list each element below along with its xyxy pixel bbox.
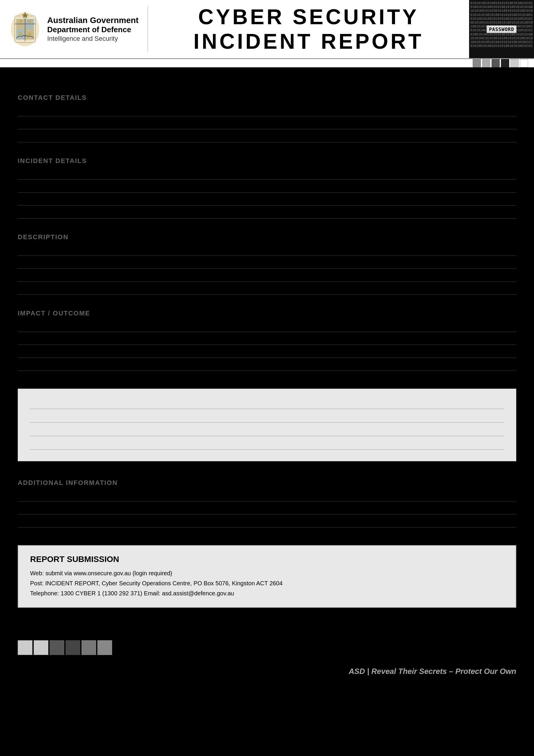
add-line-1[interactable]	[18, 490, 516, 501]
add-line-3[interactable]	[18, 516, 516, 527]
gray-line-2[interactable]	[30, 411, 504, 422]
gray-text-box[interactable]	[18, 389, 516, 461]
gray-line-3[interactable]	[30, 425, 504, 436]
color-sq-5	[510, 59, 519, 67]
contact-details-section: CONTACT DETAILS	[18, 94, 516, 142]
report-submission-heading: REPORT SUBMISSION	[30, 554, 504, 564]
incident-line-4[interactable]	[18, 207, 516, 219]
dept-defence-label: Department of Defence	[47, 25, 139, 34]
gray-line-1[interactable]	[30, 398, 504, 409]
report-title: CYBER SECURITY INCIDENT REPORT	[193, 5, 424, 54]
contact-details-label: CONTACT DETAILS	[18, 94, 516, 102]
binary-text-overlay: 0101010010100101010100101001010101001010…	[469, 0, 534, 49]
svg-point-10	[28, 19, 31, 23]
main-content: CONTACT DETAILS INCIDENT DETAILS DESCRIP…	[0, 67, 534, 634]
svg-point-12	[28, 32, 31, 36]
color-sq-6	[520, 59, 528, 67]
contact-line-3[interactable]	[18, 131, 516, 142]
contact-line-2[interactable]	[18, 118, 516, 129]
desc-line-4[interactable]	[18, 284, 516, 295]
incident-line-1[interactable]	[18, 168, 516, 179]
bottom-sq-6	[97, 640, 112, 655]
bottom-sq-5	[81, 640, 96, 655]
incident-details-section: INCIDENT DETAILS	[18, 157, 516, 219]
add-line-2[interactable]	[18, 503, 516, 514]
impact-line-1[interactable]	[18, 321, 516, 332]
incident-line-2[interactable]	[18, 181, 516, 193]
impact-section: IMPACT / OUTCOME	[18, 310, 516, 371]
password-text: PASSWORD	[487, 25, 516, 33]
header-cyber-image: 0101010010100101010100101001010101001010…	[469, 0, 534, 58]
tagline-text: ASD | Reveal Their Secrets – Protect Our…	[349, 667, 516, 676]
page-header: Australian Government Department of Defe…	[0, 0, 534, 59]
desc-line-1[interactable]	[18, 245, 516, 256]
color-sq-4	[501, 59, 509, 67]
coat-of-arms-logo	[9, 10, 41, 48]
footer-tagline: ASD | Reveal Their Secrets – Protect Our…	[0, 661, 534, 688]
australian-government-label: Australian Government	[47, 15, 139, 25]
color-squares-group	[472, 59, 528, 67]
government-text: Australian Government Department of Defe…	[47, 15, 139, 43]
bottom-color-bar	[0, 634, 534, 661]
svg-point-11	[19, 32, 22, 36]
report-submission-phone: Telephone: 1300 CYBER 1 (1300 292 371) E…	[30, 588, 504, 598]
description-section: DESCRIPTION	[18, 233, 516, 295]
incident-details-label: INCIDENT DETAILS	[18, 157, 516, 165]
desc-line-3[interactable]	[18, 271, 516, 282]
impact-label: IMPACT / OUTCOME	[18, 310, 516, 317]
header-branding: Australian Government Department of Defe…	[0, 0, 147, 58]
color-sq-2	[482, 59, 490, 67]
header-color-bar	[0, 59, 534, 67]
svg-point-9	[19, 19, 22, 23]
bottom-sq-1	[18, 640, 33, 655]
description-label: DESCRIPTION	[18, 233, 516, 241]
additional-info-label: ADDITIONAL INFORMATION	[18, 479, 516, 487]
bottom-sq-3	[50, 640, 64, 655]
bottom-sq-2	[34, 640, 48, 655]
report-title-block: CYBER SECURITY INCIDENT REPORT	[148, 0, 469, 58]
binary-background: 0101010010100101010100101001010101001010…	[469, 0, 534, 58]
gray-line-4[interactable]	[30, 439, 504, 450]
desc-line-2[interactable]	[18, 257, 516, 269]
contact-line-1[interactable]	[18, 105, 516, 116]
intel-security-label: Intelligence and Security	[47, 35, 139, 43]
impact-line-3[interactable]	[18, 347, 516, 358]
incident-line-3[interactable]	[18, 194, 516, 205]
color-sq-3	[492, 59, 500, 67]
impact-line-4[interactable]	[18, 360, 516, 371]
bottom-sq-4	[65, 640, 80, 655]
report-submission-box: REPORT SUBMISSION Web: submit via www.on…	[18, 545, 516, 608]
additional-info-section: ADDITIONAL INFORMATION	[18, 479, 516, 527]
impact-line-2[interactable]	[18, 334, 516, 345]
color-sq-1	[472, 59, 481, 67]
report-submission-post: Post: INCIDENT REPORT, Cyber Security Op…	[30, 578, 504, 588]
report-submission-web: Web: submit via www.onsecure.gov.au (log…	[30, 568, 504, 578]
